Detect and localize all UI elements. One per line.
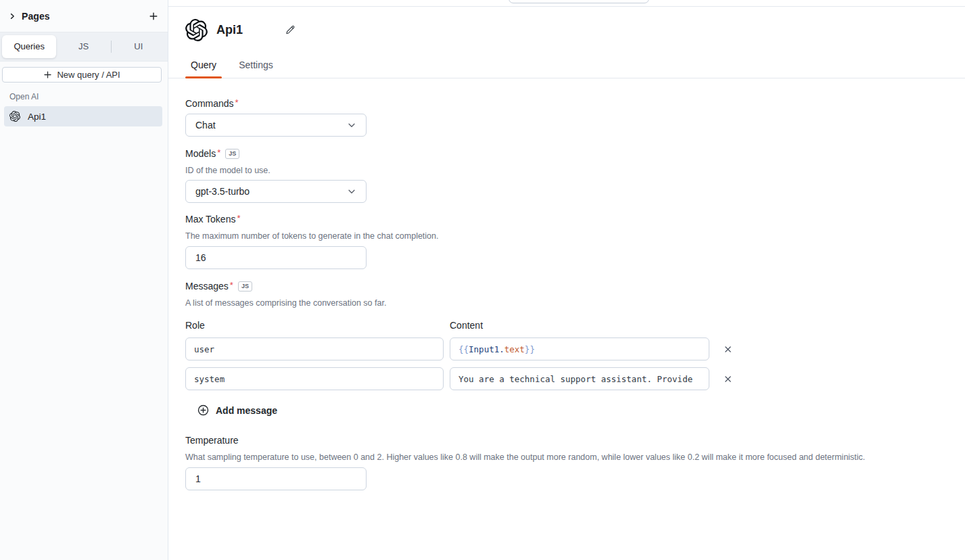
new-query-label: New query / API: [57, 70, 120, 80]
add-message-label: Add message: [216, 405, 277, 416]
query-editor-panel: Api1 Query Settings Commands* Chat Model…: [168, 0, 965, 560]
canvas-top-strip: [168, 0, 965, 7]
pages-header: Pages: [0, 0, 168, 32]
js-toggle-badge[interactable]: JS: [225, 149, 239, 159]
chevron-down-icon: [347, 187, 356, 196]
message-role-input[interactable]: user: [185, 337, 444, 360]
required-marker: *: [237, 212, 240, 224]
query-title: Api1: [216, 23, 243, 37]
plus-circle-icon: [197, 404, 209, 416]
query-group-title: Open AI: [9, 92, 168, 101]
message-content-input[interactable]: {{Input1.text}}: [450, 337, 709, 360]
commands-select-value: Chat: [195, 120, 216, 131]
pencil-icon: [285, 25, 296, 35]
openai-logo-icon: [185, 19, 208, 41]
js-toggle-badge[interactable]: JS: [238, 281, 252, 291]
role-column-header: Role: [185, 320, 444, 331]
messages-grid: Role Content user {{Input1.text}} system…: [185, 320, 948, 390]
plus-icon: [43, 70, 52, 79]
models-description: ID of the model to use.: [185, 166, 948, 175]
max-tokens-description: The maximum number of tokens to generate…: [185, 231, 948, 241]
temperature-description: What sampling temperature to use, betwee…: [185, 452, 948, 462]
new-query-button[interactable]: New query / API: [2, 67, 162, 83]
close-icon: [724, 345, 732, 354]
plus-icon: [149, 11, 158, 21]
sidebar: Pages Queries JS UI New query / API Open…: [0, 0, 168, 560]
pages-title: Pages: [22, 11, 50, 22]
query-header: Api1: [168, 7, 965, 41]
models-select-value: gpt-3.5-turbo: [195, 186, 250, 197]
openai-logo-icon: [9, 111, 20, 122]
tab-ui[interactable]: UI: [112, 35, 166, 58]
required-marker: *: [217, 147, 220, 158]
close-icon: [724, 375, 732, 383]
tab-settings[interactable]: Settings: [233, 60, 279, 78]
query-form: Commands* Chat Models* JS ID of the mode…: [168, 78, 965, 490]
delete-message-button[interactable]: [721, 342, 735, 356]
content-column-header: Content: [450, 320, 709, 331]
commands-label: Commands*: [185, 98, 948, 110]
messages-description: A list of messages comprising the conver…: [185, 298, 948, 308]
models-label: Models* JS: [185, 148, 948, 160]
temperature-input[interactable]: [185, 467, 367, 490]
messages-label: Messages* JS: [185, 281, 948, 292]
add-page-button[interactable]: [147, 10, 160, 22]
message-content-input[interactable]: You are a technical support assistant. P…: [450, 367, 709, 390]
tab-queries[interactable]: Queries: [2, 35, 56, 58]
canvas-widget-remnant: [509, 0, 649, 3]
rename-query-button[interactable]: [283, 23, 298, 37]
chevron-down-icon: [347, 120, 356, 130]
chevron-right-icon[interactable]: [7, 11, 18, 22]
add-message-button[interactable]: Add message: [193, 404, 281, 417]
tab-query[interactable]: Query: [185, 60, 222, 78]
models-select[interactable]: gpt-3.5-turbo: [185, 180, 367, 203]
required-marker: *: [230, 279, 233, 291]
commands-select[interactable]: Chat: [185, 114, 367, 137]
max-tokens-input[interactable]: [185, 246, 367, 269]
delete-message-button[interactable]: [721, 372, 735, 386]
sidebar-item-label: Api1: [28, 112, 46, 122]
temperature-label: Temperature: [185, 435, 948, 446]
query-settings-tabs: Query Settings: [168, 41, 965, 78]
required-marker: *: [235, 97, 239, 108]
message-role-input[interactable]: system: [185, 367, 444, 390]
max-tokens-label: Max Tokens*: [185, 214, 948, 225]
entity-explorer-tabs: Queries JS UI: [0, 32, 168, 62]
sidebar-item-api1[interactable]: Api1: [4, 106, 162, 126]
tab-js[interactable]: JS: [56, 35, 110, 58]
